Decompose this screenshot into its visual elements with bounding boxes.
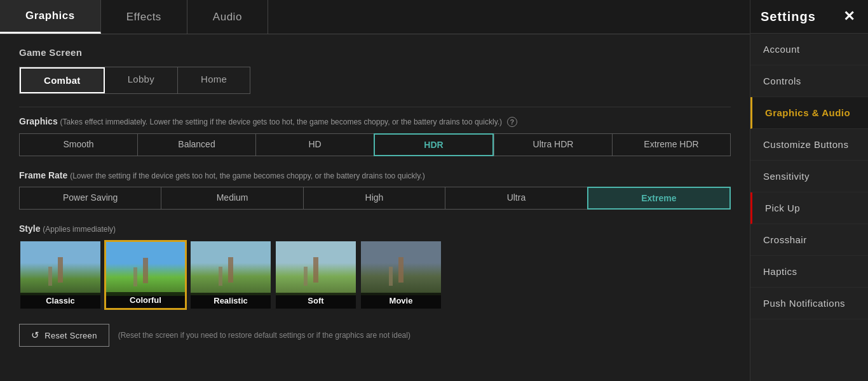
framerate-label: Frame Rate (Lower the setting if the dev… (19, 170, 731, 180)
graphics-options: SmoothBalancedHDHDRUltra HDRExtreme HDR (19, 133, 731, 156)
sidebar-item-sensitivity[interactable]: Sensitivity (750, 161, 868, 192)
style-item-classic[interactable]: Classic (19, 240, 102, 310)
graphics-option-hd[interactable]: HD (255, 133, 374, 156)
style-item-colorful[interactable]: Colorful (104, 240, 187, 310)
reset-row: ↺ Reset Screen (Reset the screen if you … (19, 324, 731, 347)
reset-icon: ↺ (31, 330, 39, 341)
style-item-soft[interactable]: Soft (275, 240, 357, 310)
sub-tab-lobby[interactable]: Lobby (105, 67, 178, 93)
content-area: Game Screen CombatLobbyHome Graphics (Ta… (0, 34, 750, 381)
sidebar-item-customize-buttons[interactable]: Customize Buttons (750, 129, 868, 161)
style-thumb-realistic (191, 241, 271, 295)
sidebar-item-push-notifications[interactable]: Push Notifications (750, 288, 868, 319)
framerate-option-ultra[interactable]: Ultra (445, 187, 587, 210)
reset-note: (Reset the screen if you need to restore… (118, 331, 410, 340)
style-name-colorful: Colorful (106, 292, 185, 308)
sub-tab-combat[interactable]: Combat (20, 67, 105, 93)
framerate-option-high[interactable]: High (303, 187, 445, 210)
sub-tabs: CombatLobbyHome (19, 67, 250, 94)
main-content: GraphicsEffectsAudio Game Screen CombatL… (0, 0, 750, 381)
top-tab-effects[interactable]: Effects (101, 0, 187, 34)
sidebar-item-graphics-audio[interactable]: Graphics & Audio (750, 97, 868, 129)
graphics-label: Graphics (Takes effect immediately. Lowe… (19, 116, 731, 127)
style-name-soft: Soft (276, 293, 356, 309)
sidebar-header: Settings ✕ (750, 0, 868, 34)
style-grid: ClassicColorfulRealisticSoftMovie (19, 240, 731, 310)
style-thumb-classic (20, 241, 100, 295)
graphics-setting-row: Graphics (Takes effect immediately. Lowe… (19, 116, 731, 156)
style-label: Style (Applies immediately) (19, 224, 731, 234)
settings-title: Settings (761, 10, 816, 24)
framerate-options: Power SavingMediumHighUltraExtreme (19, 187, 731, 210)
sidebar-item-pick-up[interactable]: Pick Up (750, 192, 868, 224)
style-item-movie[interactable]: Movie (360, 240, 442, 310)
top-tab-audio[interactable]: Audio (187, 0, 268, 34)
reset-screen-button[interactable]: ↺ Reset Screen (19, 324, 109, 347)
framerate-option-power-saving[interactable]: Power Saving (19, 187, 161, 210)
graphics-option-extreme-hdr[interactable]: Extreme HDR (612, 133, 731, 156)
graphics-option-ultra-hdr[interactable]: Ultra HDR (494, 133, 612, 156)
graphics-option-smooth[interactable]: Smooth (19, 133, 137, 156)
framerate-option-extreme[interactable]: Extreme (587, 187, 731, 210)
style-name-movie: Movie (361, 293, 441, 309)
reset-button-label: Reset Screen (44, 331, 97, 340)
graphics-option-balanced[interactable]: Balanced (137, 133, 255, 156)
sidebar-item-crosshair[interactable]: Crosshair (750, 224, 868, 256)
framerate-option-medium[interactable]: Medium (161, 187, 302, 210)
style-name-realistic: Realistic (191, 293, 271, 309)
sub-tab-home[interactable]: Home (178, 67, 250, 93)
game-screen-label: Game Screen (19, 47, 731, 58)
style-item-realistic[interactable]: Realistic (189, 240, 272, 310)
sidebar-item-account[interactable]: Account (750, 34, 868, 65)
sidebar-item-controls[interactable]: Controls (750, 65, 868, 97)
framerate-setting-row: Frame Rate (Lower the setting if the dev… (19, 170, 731, 210)
style-thumb-movie (361, 241, 441, 295)
graphics-option-hdr[interactable]: HDR (374, 133, 494, 156)
close-button[interactable]: ✕ (840, 8, 858, 25)
style-section: Style (Applies immediately) ClassicColor… (19, 224, 731, 310)
top-tab-graphics[interactable]: Graphics (0, 0, 101, 34)
divider (19, 107, 731, 107)
top-tabs: GraphicsEffectsAudio (0, 0, 750, 34)
style-thumb-colorful (106, 242, 185, 296)
sidebar-item-haptics[interactable]: Haptics (750, 256, 868, 288)
style-thumb-soft (276, 241, 356, 295)
graphics-help-icon[interactable]: ? (507, 117, 517, 127)
sidebar: Settings ✕ AccountControlsGraphics & Aud… (750, 0, 868, 381)
style-name-classic: Classic (20, 293, 100, 309)
